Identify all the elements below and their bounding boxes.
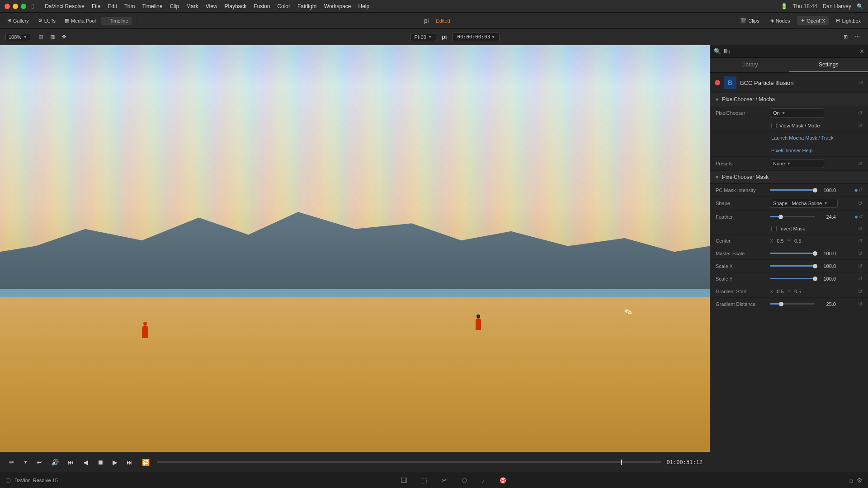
menu-color[interactable]: Color — [277, 3, 290, 9]
bottom-audio-icon[interactable]: ♪ — [481, 477, 485, 484]
skip-back-btn[interactable]: ⏮ — [66, 458, 76, 467]
view-mode-btn1[interactable]: ▤ — [36, 33, 46, 41]
gradient-distance-slider[interactable] — [770, 303, 815, 305]
menu-clip[interactable]: Clip — [170, 3, 179, 9]
pc-mask-intensity-slider[interactable] — [770, 189, 815, 191]
master-scale-control[interactable]: 100.0 — [770, 251, 858, 256]
pixelchooser-control[interactable]: On ▼ — [770, 108, 858, 117]
center-reset-icon[interactable]: ↺ — [858, 238, 863, 244]
pc-mask-intensity-control[interactable]: 100.0 — [770, 188, 854, 193]
bottom-media-icon[interactable]: 🎞 — [401, 477, 407, 484]
viewer-more-btn[interactable]: ⋯ — [852, 33, 863, 41]
master-scale-reset-icon[interactable]: ↺ — [858, 250, 863, 257]
master-scale-thumb[interactable] — [813, 251, 817, 256]
effect-active-dot[interactable] — [715, 80, 720, 85]
maximize-button[interactable] — [21, 4, 26, 9]
tools-chevron[interactable]: ▼ — [22, 459, 29, 465]
clips-button[interactable]: 🎬 Clips — [736, 16, 763, 25]
menu-edit[interactable]: Edit — [108, 3, 117, 9]
master-scale-slider[interactable] — [770, 253, 815, 254]
gradient-start-y-value[interactable]: 0.5 — [794, 289, 801, 294]
minimize-button[interactable] — [13, 4, 18, 9]
menu-bar[interactable]: DaVinci Resolve File Edit Trim Timeline … — [45, 3, 369, 9]
pc-mask-intensity-reset-icon[interactable]: ↺ — [859, 188, 863, 192]
gradient-distance-thumb[interactable] — [779, 302, 783, 306]
scale-y-thumb[interactable] — [813, 277, 817, 281]
menu-file[interactable]: File — [92, 3, 100, 9]
gradient-distance-reset-icon[interactable]: ↺ — [858, 301, 863, 307]
bottom-fx-icon[interactable]: ✂ — [442, 477, 447, 484]
menu-app[interactable]: DaVinci Resolve — [45, 3, 85, 9]
pixelchooser-help-row[interactable]: PixelChooser Help — [710, 144, 868, 157]
menu-workspace[interactable]: Workspace — [324, 3, 351, 9]
luts-button[interactable]: ⚙ LUTs — [34, 16, 59, 25]
invert-mask-reset-icon[interactable]: ↺ — [858, 225, 863, 232]
scale-x-reset-icon[interactable]: ↺ — [858, 263, 863, 269]
search-clear-icon[interactable]: ✕ — [859, 48, 864, 55]
viewer-options-btn[interactable]: ⊞ — [841, 33, 850, 41]
volume-btn[interactable]: 🔊 — [49, 458, 61, 467]
nodes-button[interactable]: ◈ Nodes — [767, 16, 794, 25]
search-input[interactable] — [724, 48, 857, 55]
scale-x-control[interactable]: 100.0 — [770, 263, 858, 269]
scale-x-slider[interactable] — [770, 265, 815, 267]
feather-thumb[interactable] — [778, 215, 783, 219]
tools-btn[interactable]: ✏ — [7, 458, 16, 467]
undo-btn[interactable]: ↩ — [35, 458, 44, 467]
media-pool-button[interactable]: ▦ Media Pool — [61, 16, 99, 25]
pc-mask-intensity-keyframe-icon[interactable]: ◆ — [854, 188, 858, 192]
center-y-value[interactable]: 0.5 — [794, 238, 801, 244]
shape-reset-icon[interactable]: ↺ — [858, 200, 863, 206]
lightbox-button[interactable]: ⊞ Lightbox — [832, 16, 864, 25]
play-btn[interactable]: ▶ — [111, 458, 119, 467]
close-button[interactable] — [5, 4, 10, 9]
center-x-value[interactable]: 0.5 — [777, 238, 783, 244]
timeline-button[interactable]: ≡ Timeline — [101, 17, 132, 25]
menu-mark[interactable]: Mark — [186, 3, 198, 9]
launch-mocha-row[interactable]: Launch Mocha Mask / Track — [710, 131, 868, 144]
presets-reset-icon[interactable]: ↺ — [858, 160, 863, 167]
menu-timeline[interactable]: Timeline — [142, 3, 163, 9]
menu-fusion[interactable]: Fusion — [254, 3, 270, 9]
pixelchooser-dropdown[interactable]: On ▼ — [770, 108, 824, 117]
gradient-start-reset-icon[interactable]: ↺ — [858, 288, 863, 295]
menu-help[interactable]: Help — [359, 3, 370, 9]
timeline-scrubber[interactable] — [157, 461, 661, 463]
loop-btn[interactable]: 🔁 — [140, 458, 151, 467]
pixelchooser-help-btn[interactable]: PixelChooser Help — [771, 148, 812, 153]
menu-fairlight[interactable]: Fairlight — [297, 3, 317, 9]
pc-mask-intensity-thumb[interactable] — [813, 188, 817, 192]
view-mode-btn2[interactable]: ▥ — [47, 33, 57, 41]
pixelchooser-reset-icon[interactable]: ↺ — [858, 110, 863, 116]
view-mask-checkbox[interactable] — [771, 123, 777, 128]
search-icon[interactable]: 🔍 — [857, 3, 863, 9]
menu-playback[interactable]: Playback — [225, 3, 247, 9]
tab-library[interactable]: Library — [710, 58, 789, 72]
skip-fwd-btn[interactable]: ⏭ — [125, 458, 135, 467]
openfx-button[interactable]: ✦ OpenFX — [797, 16, 829, 25]
presets-dropdown[interactable]: None ▼ — [770, 159, 824, 168]
feather-control[interactable]: 24.4 — [770, 214, 854, 220]
presets-control[interactable]: None ▼ — [770, 159, 858, 168]
scale-y-slider[interactable] — [770, 278, 815, 279]
view-transform-btn[interactable]: ✤ — [59, 33, 69, 41]
menu-view[interactable]: View — [206, 3, 217, 9]
bottom-home-icon[interactable]: ⌂ — [849, 477, 853, 484]
bottom-settings-icon[interactable]: ⚙ — [857, 477, 863, 484]
feather-keyframe-icon[interactable]: ◆ — [854, 214, 858, 219]
launch-mocha-btn[interactable]: Launch Mocha Mask / Track — [771, 135, 834, 141]
feather-slider[interactable] — [770, 216, 815, 217]
effect-reset-icon[interactable]: ↺ — [859, 80, 863, 86]
zoom-control[interactable]: 108% ▼ — [5, 33, 30, 41]
gallery-button[interactable]: ⊞ Gallery — [4, 16, 33, 25]
gradient-start-x-value[interactable]: 0.5 — [777, 289, 783, 294]
shape-dropdown[interactable]: Shape - Mocha Spline ▼ — [770, 199, 838, 208]
bottom-deliver-icon[interactable]: 🎯 — [499, 477, 507, 484]
window-controls[interactable] — [5, 4, 26, 9]
bottom-color-icon[interactable]: ⬡ — [462, 477, 467, 484]
invert-mask-checkbox[interactable] — [771, 226, 777, 231]
prev-frame-btn[interactable]: ◀ — [81, 458, 90, 467]
shape-control[interactable]: Shape - Mocha Spline ▼ — [770, 199, 858, 208]
scale-x-thumb[interactable] — [813, 264, 817, 268]
stop-btn[interactable]: ⏹ — [95, 458, 105, 467]
